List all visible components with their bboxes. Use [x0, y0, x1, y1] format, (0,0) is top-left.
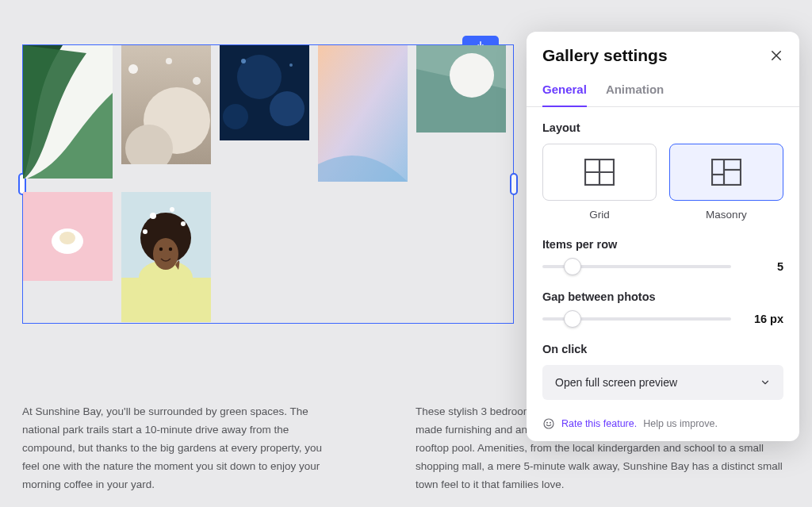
gallery-tile[interactable] — [121, 192, 211, 322]
svg-point-18 — [59, 232, 75, 244]
svg-point-37 — [544, 419, 553, 428]
svg-point-23 — [150, 213, 156, 219]
svg-point-27 — [153, 238, 178, 270]
onclick-value: Open full screen preview — [555, 376, 677, 389]
gallery-selection[interactable] — [22, 44, 514, 324]
items-per-row-label: Items per row — [542, 238, 783, 251]
masonry-icon — [711, 159, 741, 186]
tab-animation[interactable]: Animation — [606, 75, 664, 106]
gap-label: Gap between photos — [542, 290, 783, 303]
smile-icon — [542, 417, 555, 430]
layout-label: Layout — [542, 121, 783, 134]
layout-option-masonry[interactable]: Masonry — [669, 144, 783, 221]
layout-option-label: Grid — [542, 209, 657, 221]
gallery-tile[interactable] — [23, 45, 113, 179]
svg-point-26 — [143, 229, 147, 234]
svg-point-24 — [170, 207, 174, 212]
chevron-down-icon — [760, 377, 771, 388]
onclick-label: On click — [542, 343, 783, 355]
gap-slider[interactable] — [542, 317, 731, 321]
gallery-tile[interactable] — [121, 45, 211, 164]
close-icon — [769, 48, 783, 63]
svg-point-11 — [241, 59, 246, 63]
items-per-row-slider[interactable] — [542, 265, 731, 268]
svg-point-28 — [159, 247, 163, 250]
svg-point-12 — [289, 63, 293, 67]
svg-point-5 — [166, 58, 172, 64]
svg-point-10 — [223, 104, 248, 129]
layout-option-grid[interactable]: Grid — [542, 144, 657, 221]
slider-thumb[interactable] — [564, 258, 581, 275]
settings-tabs: General Animation — [527, 75, 799, 107]
svg-point-4 — [128, 64, 138, 74]
onclick-select[interactable]: Open full screen preview — [542, 365, 783, 400]
items-per-row-value: 5 — [745, 260, 783, 273]
slider-thumb[interactable] — [564, 310, 581, 328]
gallery-tile[interactable] — [220, 45, 309, 140]
gallery-settings-panel: Gallery settings General Animation Layou… — [527, 32, 799, 441]
rate-help-text: Help us improve. — [643, 418, 718, 429]
gallery-tiles — [23, 45, 513, 323]
rate-feature-link[interactable]: Rate this feature. — [561, 418, 637, 429]
svg-point-15 — [450, 53, 494, 98]
panel-title: Gallery settings — [542, 46, 668, 65]
svg-point-39 — [550, 422, 551, 423]
gallery-tile[interactable] — [318, 45, 408, 182]
svg-point-25 — [181, 221, 186, 226]
gallery-tile[interactable] — [23, 192, 113, 281]
close-button[interactable] — [769, 48, 783, 63]
gallery-tile[interactable] — [416, 45, 506, 133]
svg-point-38 — [547, 422, 548, 423]
grid-icon — [584, 159, 615, 186]
svg-point-29 — [169, 247, 172, 250]
gap-value: 16 px — [745, 313, 783, 325]
body-text-left: At Sunshine Bay, you'll be surrounded by… — [22, 403, 331, 494]
tab-general[interactable]: General — [542, 75, 587, 107]
svg-point-6 — [193, 77, 201, 85]
svg-point-9 — [270, 91, 304, 126]
svg-rect-33 — [712, 159, 741, 185]
layout-option-label: Masonry — [669, 209, 783, 221]
